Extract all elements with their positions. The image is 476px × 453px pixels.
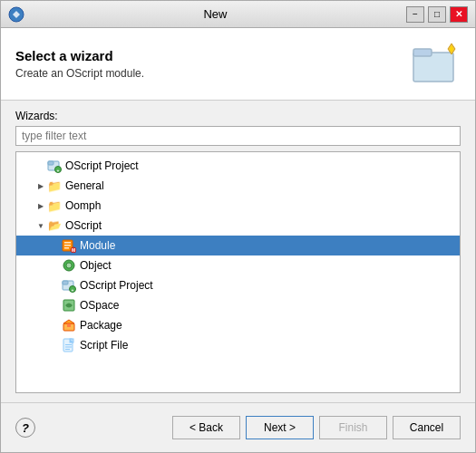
list-item[interactable]: + OScript Project (16, 275, 460, 295)
cancel-button[interactable]: Cancel (393, 416, 461, 439)
no-arrow (49, 299, 62, 312)
window-controls: − □ ✕ (406, 6, 468, 23)
header-subtitle: Create an OScript module. (15, 67, 144, 80)
header-icon (412, 40, 461, 89)
list-item-label: General (65, 179, 104, 192)
list-item-label: OScript Project (65, 159, 139, 172)
svg-rect-11 (64, 245, 71, 246)
help-button[interactable]: ? (15, 418, 35, 438)
header-text: Select a wizard Create an OScript module… (15, 48, 144, 80)
no-arrow (49, 339, 62, 352)
list-item-label: Module (80, 239, 115, 252)
list-item-label: OScript (65, 219, 102, 232)
close-button[interactable]: ✕ (450, 6, 468, 23)
expand-arrow: ▼ (34, 219, 47, 232)
svg-rect-27 (65, 347, 72, 348)
svg-rect-12 (64, 247, 69, 249)
svg-point-16 (66, 263, 72, 268)
no-arrow (34, 159, 47, 172)
ospace-icon (62, 298, 76, 313)
svg-rect-26 (65, 344, 72, 345)
list-item[interactable]: M Module (16, 236, 460, 255)
svg-rect-2 (413, 49, 432, 56)
header-section: Select a wizard Create an OScript module… (1, 28, 475, 101)
minimize-button[interactable]: − (406, 6, 424, 23)
package-icon (62, 318, 76, 333)
filter-input[interactable] (15, 126, 461, 146)
no-arrow (49, 279, 62, 292)
main-content: Wizards: + OScript Project ▶ (1, 101, 475, 402)
title-bar: New − □ ✕ (1, 1, 475, 28)
next-button[interactable]: Next > (246, 416, 314, 439)
folder-icon: 📁 (47, 178, 62, 193)
folder-icon: 📁 (47, 198, 62, 213)
script-file-icon (62, 338, 76, 352)
folder-open-icon: 📂 (47, 218, 62, 233)
list-item[interactable]: ▼ 📂 OScript (16, 216, 460, 236)
svg-text:M: M (72, 247, 75, 253)
expand-arrow: ▶ (34, 199, 47, 212)
finish-button[interactable]: Finish (319, 416, 387, 439)
oscript-proj-icon: + (62, 278, 76, 293)
list-item[interactable]: Package (16, 315, 460, 335)
svg-text:+: + (57, 168, 60, 173)
back-button[interactable]: < Back (172, 416, 240, 439)
window-icon (8, 6, 24, 23)
list-item[interactable]: Script File (16, 335, 460, 355)
list-item-label: Package (80, 319, 122, 332)
list-item[interactable]: + OScript Project (16, 156, 460, 176)
list-item-label: Oomph (65, 199, 101, 212)
svg-rect-18 (63, 281, 68, 284)
svg-rect-6 (48, 161, 53, 165)
no-arrow (49, 239, 62, 252)
svg-rect-1 (413, 53, 453, 82)
maximize-button[interactable]: □ (428, 6, 446, 23)
svg-rect-28 (65, 349, 70, 350)
object-icon (62, 258, 76, 273)
module-icon: M (62, 238, 76, 253)
no-arrow (49, 319, 62, 332)
list-item-label: OSpace (80, 299, 119, 312)
svg-rect-10 (64, 242, 71, 244)
list-item[interactable]: Object (16, 255, 460, 275)
expand-arrow: ▶ (34, 179, 47, 192)
list-item[interactable]: OSpace (16, 295, 460, 315)
svg-rect-23 (67, 323, 71, 327)
window-title: New (24, 7, 406, 21)
svg-text:+: + (72, 287, 74, 293)
list-item-label: Script File (80, 339, 128, 352)
list-item[interactable]: ▶ 📁 General (16, 176, 460, 196)
list-item-label: OScript Project (80, 279, 153, 292)
footer-buttons: < Back Next > Finish Cancel (172, 416, 461, 439)
header-title: Select a wizard (15, 48, 144, 63)
new-wizard-window: New − □ ✕ Select a wizard Create an OScr… (0, 0, 476, 453)
list-item[interactable]: ▶ 📁 Oomph (16, 196, 460, 216)
footer-left: ? (15, 418, 35, 438)
wizards-label: Wizards: (15, 110, 461, 122)
list-item-label: Object (80, 259, 112, 272)
oscript-proj-icon: + (47, 159, 62, 173)
wizard-tree[interactable]: + OScript Project ▶ 📁 General ▶ 📁 Oomph … (15, 151, 461, 393)
no-arrow (49, 259, 62, 272)
footer: ? < Back Next > Finish Cancel (1, 402, 475, 452)
